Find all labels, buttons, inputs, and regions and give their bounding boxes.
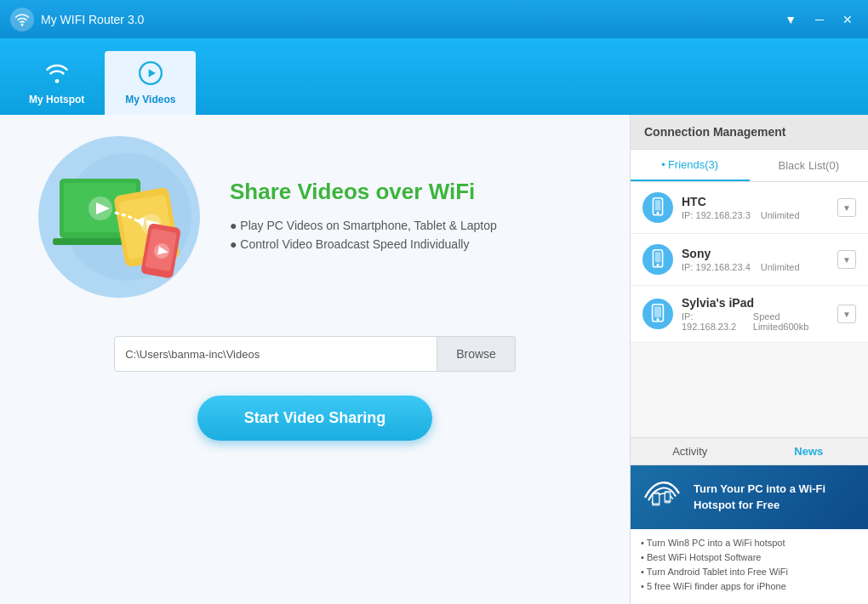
svg-rect-30 (654, 494, 659, 503)
device-icon-sony (642, 244, 673, 275)
title-bar-left: My WIFI Router 3.0 (10, 8, 144, 31)
friends-tab[interactable]: •Friends(3) (631, 150, 750, 181)
connection-tabs: •Friends(3) Black List(0) (631, 150, 868, 182)
device-item-ipad[interactable]: Sylvia's iPad IP: 192.168.23.2 Speed Lim… (631, 286, 868, 343)
bullet-2: Control Video Broadcast Speed Individual… (230, 237, 596, 251)
device-arrow-htc[interactable]: ▼ (837, 198, 856, 217)
svg-point-22 (656, 212, 659, 214)
hero-title: Share Videos over WiFi (230, 179, 596, 205)
bullet-1: Play PC Videos on Smartphone, Tablet & L… (230, 219, 596, 232)
main-layout: Share Videos over WiFi Play PC Videos on… (0, 115, 868, 604)
svg-rect-32 (665, 493, 670, 500)
device-name-htc: HTC (682, 195, 829, 208)
svg-point-28 (656, 318, 659, 321)
news-item-4: 5 free WiFi finder apps for iPhone (641, 581, 858, 591)
wifi-icon (45, 61, 69, 90)
path-input[interactable]: C:\Users\banma-inc\Videos (114, 336, 437, 372)
start-video-sharing-button[interactable]: Start Video Sharing (197, 396, 433, 441)
svg-rect-24 (655, 252, 660, 262)
device-name-ipad: Sylvia's iPad (682, 296, 829, 310)
news-banner-text: Turn Your PC into a Wi-Fi Hotspot for Fr… (694, 481, 858, 512)
illustration (34, 132, 204, 302)
news-list: Turn Win8 PC into a WiFi hotspot Best Wi… (631, 529, 868, 604)
blacklist-tab[interactable]: Black List(0) (750, 150, 869, 181)
device-icon-ipad (642, 299, 673, 329)
sidebar: Connection Management •Friends(3) Black … (630, 115, 868, 604)
svg-rect-27 (654, 306, 661, 317)
content-area: Share Videos over WiFi Play PC Videos on… (0, 115, 630, 604)
sidebar-title: Connection Management (631, 115, 868, 150)
device-info-ipad: Sylvia's iPad IP: 192.168.23.2 Speed Lim… (682, 296, 829, 332)
device-info-sony: Sony IP: 192.168.23.4 Unlimited (682, 247, 829, 272)
activity-tab[interactable]: Activity (631, 438, 750, 464)
videos-tab-label: My Videos (125, 94, 175, 105)
device-name-sony: Sony (682, 247, 829, 260)
activity-section: Activity News (631, 437, 868, 604)
device-ip-sony: IP: 192.168.23.4 Unlimited (682, 262, 829, 272)
activity-tabs: Activity News (631, 438, 868, 465)
hero-bullets: Play PC Videos on Smartphone, Tablet & L… (230, 219, 596, 251)
hotspot-banner-icon (641, 477, 683, 517)
play-icon (139, 61, 163, 90)
news-item-1: Turn Win8 PC into a WiFi hotspot (641, 538, 858, 548)
hero-section: Share Videos over WiFi Play PC Videos on… (34, 132, 596, 302)
svg-rect-21 (655, 200, 660, 210)
svg-point-1 (54, 79, 59, 83)
device-icon-htc (642, 192, 673, 223)
device-info-htc: HTC IP: 192.168.23.3 Unlimited (682, 195, 829, 220)
minimize-button[interactable]: ─ (810, 11, 829, 28)
hero-text: Share Videos over WiFi Play PC Videos on… (230, 179, 596, 256)
svg-marker-3 (149, 69, 156, 77)
svg-point-25 (656, 264, 659, 266)
nav-bar: My Hotspot My Videos (0, 38, 868, 115)
device-list: HTC IP: 192.168.23.3 Unlimited ▼ (631, 182, 868, 437)
news-banner: Turn Your PC into a Wi-Fi Hotspot for Fr… (631, 465, 868, 529)
news-item-2: Best WiFi Hotspot Software (641, 552, 858, 562)
browse-button[interactable]: Browse (437, 336, 516, 372)
device-arrow-ipad[interactable]: ▼ (837, 305, 856, 323)
signal-icon: ▼ (779, 11, 802, 28)
device-ip-ipad: IP: 192.168.23.2 Speed Limited600kb (682, 311, 829, 332)
browse-section: C:\Users\banma-inc\Videos Browse (114, 336, 516, 372)
tab-videos[interactable]: My Videos (105, 51, 196, 115)
title-bar: My WIFI Router 3.0 ▼ ─ ✕ (0, 0, 868, 38)
device-item-sony[interactable]: Sony IP: 192.168.23.4 Unlimited ▼ (631, 234, 868, 286)
app-title: My WIFI Router 3.0 (41, 13, 144, 26)
app-logo (10, 8, 34, 31)
window-controls: ▼ ─ ✕ (779, 11, 858, 28)
news-item-3: Turn Android Tablet into Free WiFi (641, 567, 858, 577)
tab-hotspot[interactable]: My Hotspot (9, 51, 105, 115)
device-ip-htc: IP: 192.168.23.3 Unlimited (682, 210, 829, 220)
hotspot-tab-label: My Hotspot (29, 94, 84, 105)
device-item-htc[interactable]: HTC IP: 192.168.23.3 Unlimited ▼ (631, 182, 868, 234)
close-button[interactable]: ✕ (837, 11, 858, 28)
device-arrow-sony[interactable]: ▼ (837, 250, 856, 269)
news-tab[interactable]: News (750, 438, 869, 464)
svg-point-0 (21, 23, 24, 26)
